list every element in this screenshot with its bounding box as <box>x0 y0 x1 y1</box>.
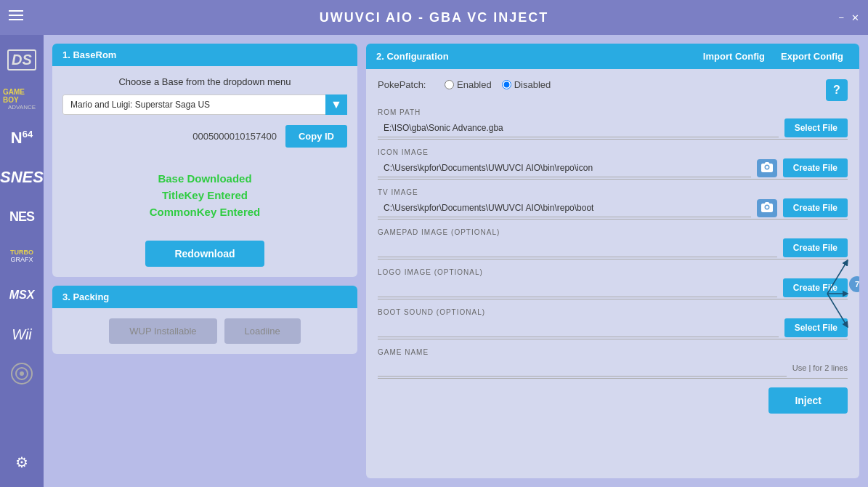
tv-image-group: TV IMAGE Create File <box>378 188 848 220</box>
boot-sound-label: BOOT SOUND (OPTIONAL) <box>378 308 848 316</box>
content-area: 1. BaseRom Choose a Base from the dropdo… <box>44 35 868 487</box>
tv-image-input[interactable] <box>378 199 751 217</box>
icon-image-row: Create File <box>378 158 848 177</box>
logo-image-row: Create File <box>378 278 848 297</box>
pokepatch-disabled-label: Disabled <box>514 79 551 90</box>
boot-sound-group: BOOT SOUND (OPTIONAL) Select File <box>378 308 848 339</box>
rom-path-input[interactable] <box>378 119 779 137</box>
window-controls: − ✕ <box>838 12 859 23</box>
annotation-badge: 7 <box>849 276 859 292</box>
game-name-row: Use | for 2 lines <box>378 358 848 377</box>
gamepad-image-label: GAMEPAD IMAGE (OPTIONAL) <box>378 228 848 236</box>
pokepatch-enabled-option[interactable]: Enabled <box>445 79 492 90</box>
game-name-input[interactable] <box>378 358 787 377</box>
baserom-body: Choose a Base from the dropdown menu Mar… <box>52 66 357 277</box>
logo-image-group: LOGO IMAGE (OPTIONAL) Create File 7 <box>378 268 848 299</box>
app-title: UWUVCI AIO - GBA VC INJECT <box>320 10 549 25</box>
sidebar-item-gba[interactable]: GAME BOY ADVANCE <box>3 80 41 118</box>
help-button[interactable]: ? <box>826 79 848 101</box>
baserom-header: 1. BaseRom <box>52 44 357 66</box>
logo-image-input[interactable] <box>378 279 777 297</box>
tv-image-create-button[interactable]: Create File <box>783 198 848 217</box>
gamepad-image-input[interactable] <box>378 239 777 257</box>
status-base-downloaded: Base Downloaded <box>158 172 251 185</box>
baserom-label: Choose a Base from the dropdown menu <box>62 76 347 87</box>
pokepatch-disabled-option[interactable]: Disabled <box>502 79 551 90</box>
sidebar-item-nes[interactable]: NES <box>3 198 41 236</box>
boot-sound-row: Select File <box>378 318 848 337</box>
camera-icon <box>761 162 773 172</box>
icon-image-group: ICON IMAGE Create File <box>378 148 848 180</box>
config-header-buttons: Import Config Export Config <box>697 49 849 63</box>
configuration-section: 2. Configuration Import Config Export Co… <box>366 44 859 478</box>
svg-point-2 <box>20 371 24 376</box>
gba-logo: GAME BOY ADVANCE <box>3 88 41 110</box>
game-name-hint: Use | for 2 lines <box>792 363 848 372</box>
import-config-button[interactable]: Import Config <box>697 49 771 63</box>
icon-image-create-button[interactable]: Create File <box>783 158 848 177</box>
sidebar-item-settings[interactable]: ⚙ <box>3 443 41 481</box>
icon-image-label: ICON IMAGE <box>378 148 848 156</box>
rom-path-select-button[interactable]: Select File <box>784 118 848 137</box>
sidebar-item-ds[interactable]: DS <box>3 41 41 79</box>
status-area: Base Downloaded TitleKey Entered CommonK… <box>62 162 347 228</box>
pokepatch-row: PokePatch: Enabled Disabled <box>378 79 551 90</box>
camera-icon-2 <box>761 202 773 212</box>
packing-section: 3. Packing WUP Installable Loadiine <box>52 286 357 354</box>
left-panel: 1. BaseRom Choose a Base from the dropdo… <box>52 44 357 478</box>
pokepatch-radio-group: Enabled Disabled <box>445 79 551 90</box>
id-value: 0005000010157400 <box>62 131 280 142</box>
wup-installable-button[interactable]: WUP Installable <box>109 318 216 344</box>
loadiine-button[interactable]: Loadiine <box>224 318 301 344</box>
rom-path-label: ROM PATH <box>378 108 848 116</box>
boot-sound-input[interactable] <box>378 319 779 337</box>
packing-row: WUP Installable Loadiine <box>62 318 347 344</box>
optional-fields-container: GAMEPAD IMAGE (OPTIONAL) Create File LOG… <box>378 228 848 339</box>
packing-header: 3. Packing <box>52 286 357 308</box>
gamepad-image-create-button[interactable]: Create File <box>783 238 848 257</box>
baserom-dropdown[interactable]: Mario and Luigi: Superstar Saga US <box>62 94 347 115</box>
hamburger-menu[interactable] <box>9 10 23 20</box>
export-config-button[interactable]: Export Config <box>775 49 849 63</box>
sidebar: DS GAME BOY ADVANCE N64 SNES NES TURBO G… <box>0 35 44 487</box>
rom-path-group: ROM PATH Select File <box>378 108 848 140</box>
settings-icon: ⚙ <box>15 454 28 471</box>
tv-image-label: TV IMAGE <box>378 188 848 196</box>
inject-row: Inject <box>378 387 848 414</box>
turbografx-logo: TURBO GRAFX <box>10 249 33 263</box>
gamepad-image-row: Create File <box>378 238 848 257</box>
sidebar-item-gamecube[interactable] <box>3 355 41 393</box>
n64-logo: N64 <box>11 129 33 148</box>
minimize-button[interactable]: − <box>838 12 844 23</box>
pokepatch-disabled-radio[interactable] <box>502 80 511 89</box>
boot-sound-select-button[interactable]: Select File <box>784 318 848 337</box>
snes-logo: SNES <box>0 168 44 187</box>
main-layout: DS GAME BOY ADVANCE N64 SNES NES TURBO G… <box>0 35 868 487</box>
wii-logo: Wii <box>12 326 32 343</box>
copy-id-button[interactable]: Copy ID <box>285 125 347 148</box>
icon-image-camera-button[interactable] <box>757 159 777 177</box>
close-button[interactable]: ✕ <box>851 12 859 23</box>
sidebar-item-turbografx[interactable]: TURBO GRAFX <box>3 237 41 275</box>
right-panel: 2. Configuration Import Config Export Co… <box>366 44 859 478</box>
sidebar-item-wii[interactable]: Wii <box>3 315 41 353</box>
config-header: 2. Configuration Import Config Export Co… <box>366 44 859 69</box>
icon-image-input[interactable] <box>378 159 751 177</box>
inject-button[interactable]: Inject <box>768 387 848 414</box>
tv-image-camera-button[interactable] <box>757 199 777 217</box>
baserom-dropdown-wrapper: Mario and Luigi: Superstar Saga US ▼ <box>62 94 347 115</box>
pokepatch-enabled-radio[interactable] <box>445 80 454 89</box>
sidebar-item-msx[interactable]: MSX <box>3 276 41 314</box>
baserom-section: 1. BaseRom Choose a Base from the dropdo… <box>52 44 357 277</box>
ds-logo: DS <box>7 49 36 71</box>
sidebar-item-n64[interactable]: N64 <box>3 119 41 157</box>
pokepatch-label: PokePatch: <box>378 79 436 90</box>
msx-logo: MSX <box>9 289 35 302</box>
gamecube-icon <box>10 362 33 385</box>
tv-image-row: Create File <box>378 198 848 217</box>
sidebar-item-snes[interactable]: SNES <box>3 158 41 196</box>
logo-image-create-button[interactable]: Create File <box>783 278 848 297</box>
config-section-title: 2. Configuration <box>376 51 449 62</box>
nes-logo: NES <box>9 209 34 225</box>
redownload-button[interactable]: Redownload <box>145 241 264 267</box>
